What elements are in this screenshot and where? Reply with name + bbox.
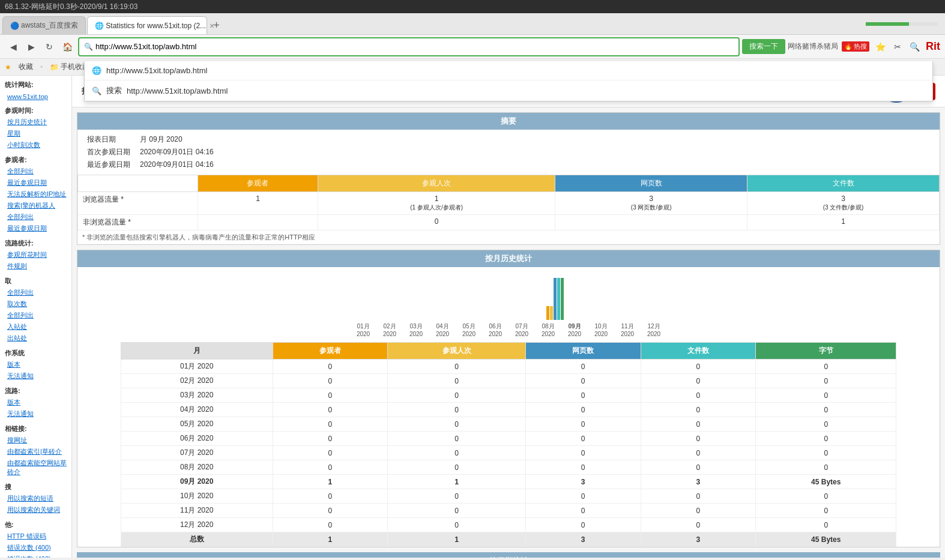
monthly-cell-pages: 0 [525, 446, 641, 460]
hot-search-badge[interactable]: 🔥 热搜 [842, 41, 869, 52]
tab-awstats[interactable]: 🔵 awstats_百度搜索 [2, 16, 86, 34]
monthly-cell-files: 3 [641, 475, 756, 489]
sidebar-os-unknown[interactable]: 无法通知 [0, 370, 71, 382]
tab2-icon: 🌐 [95, 22, 103, 30]
sidebar-monthly[interactable]: 按月历史统计 [0, 116, 71, 128]
monthly-cell-month: 08月 2020 [121, 460, 273, 475]
th-monthly-bytes: 字节 [756, 343, 896, 360]
url-container: 🔍 [78, 37, 740, 56]
monthly-cell-files: 0 [641, 432, 756, 446]
th-month: 月 [121, 343, 273, 360]
monthly-cell-visitors: 0 [273, 360, 388, 374]
sidebar-keywords[interactable]: 用以搜索的关键词 [0, 504, 71, 516]
sidebar-all4[interactable]: 全部列出 [0, 310, 71, 321]
sidebar-weekday[interactable]: 星期 [0, 128, 71, 139]
sidebar-all-visitors[interactable]: 全部列出 [0, 166, 71, 177]
sidebar-search-robots[interactable]: 搜索|擎的机器人 [0, 200, 71, 211]
monthly-cell-files: 0 [641, 417, 756, 432]
search-button[interactable]: 搜索一下 [742, 39, 785, 54]
monthly-cell-month: 03月 2020 [121, 388, 273, 403]
sidebar-rules[interactable]: 件规则 [0, 260, 71, 272]
sidebar-error403[interactable]: 错误次数 (403) [0, 553, 71, 558]
sidebar-phrase[interactable]: 用以搜索的短语 [0, 493, 71, 504]
sidebar-all2[interactable]: 全部列出 [0, 211, 71, 223]
tab-statistics[interactable]: 🌐 Statistics for www.51xit.top (2... × [87, 16, 207, 34]
sidebar-count[interactable]: 取次数 [0, 298, 71, 310]
monthly-cell-pages: 0 [525, 460, 641, 475]
sidebar-entry[interactable]: 入站处 [0, 321, 71, 333]
report-date-key: 报表日期 [82, 133, 135, 146]
monthly-cell-month: 04月 2020 [121, 403, 273, 417]
monthly-cell-visits: 1 [388, 475, 526, 489]
sidebar-index2[interactable]: 由都盗索能空网站草砖介 [0, 457, 71, 478]
monthly-cell-month: 10月 2020 [121, 489, 273, 504]
sidebar-unresolved-ip[interactable]: 无法反解析的IP地址 [0, 188, 71, 200]
sidebar-os-label: 作系统 [0, 346, 71, 359]
monthly-cell-pages: 0 [525, 360, 641, 374]
sidebar-take-label: 取 [0, 274, 71, 287]
url-input[interactable] [95, 42, 734, 51]
chart-labels: 01月202002月202003月202004月202005月202006月20… [82, 322, 935, 337]
summary-info: 报表日期 月 09月 2020 首次参观日期 2020年09月01日 04:16… [77, 130, 940, 175]
monthly-cell-files: 3 [641, 532, 756, 547]
monthly-cell-visitors: 0 [273, 504, 388, 518]
refresh-button[interactable]: ↻ [41, 38, 58, 55]
monthly-section: 按月历史统计 01月202002月202003月202004月202005月20… [77, 250, 940, 547]
th-files: 文件数 [747, 175, 940, 192]
monthly-cell-files: 0 [641, 460, 756, 475]
bookmark-collection[interactable]: 收藏 [16, 61, 35, 73]
sidebar-browser-unknown[interactable]: 无法通知 [0, 408, 71, 420]
monthly-cell-visits: 0 [388, 489, 526, 504]
sidebar-search-url[interactable]: 搜网址 [0, 435, 71, 446]
search-icon[interactable]: 🔍 [907, 41, 922, 53]
monthly-cell-month: 02月 2020 [121, 374, 273, 388]
tab1-label: awstats_百度搜索 [21, 20, 78, 31]
url-suggestion-1[interactable]: 🌐 http://www.51xit.top/awb.html [85, 61, 932, 80]
browser-visitors: 1 [198, 192, 318, 215]
forward-button[interactable]: ▶ [23, 38, 40, 55]
tab2-close[interactable]: × [210, 21, 214, 31]
monthly-cell-visits: 0 [388, 446, 526, 460]
monthly-cell-pages: 0 [525, 388, 641, 403]
monthly-cell-visits: 0 [388, 388, 526, 403]
monthly-cell-files: 0 [641, 403, 756, 417]
url-suggestion-2[interactable]: 🔍 搜索 http://www.51xit.top/awb.html [85, 80, 932, 101]
sidebar-website-url[interactable]: www.51xit.top [0, 92, 71, 101]
monthly-cell-month: 05月 2020 [121, 417, 273, 432]
th-monthly-files: 文件数 [641, 343, 756, 360]
last-visit-val: 2020年09月01日 04:16 [135, 158, 219, 171]
bookmark-icon[interactable]: ⭐ [873, 41, 888, 53]
sidebar-os-version[interactable]: 版本 [0, 359, 71, 370]
monthly-cell-pages: 0 [525, 518, 641, 532]
report-date-val: 月 09月 2020 [135, 133, 219, 146]
browser-pages: 3(3 网页数/参观) [555, 192, 747, 215]
sidebar-hourly[interactable]: 小时刻次数 [0, 139, 71, 151]
main-layout: 统计网站: www.51xit.top 参观时间: 按月历史统计 星期 小时刻次… [0, 76, 945, 558]
monthly-cell-visitors: 0 [273, 417, 388, 432]
monthly-cell-visits: 0 [388, 374, 526, 388]
sidebar-visit-time[interactable]: 参观所花时间 [0, 249, 71, 260]
non-browser-files: 1 [747, 215, 940, 230]
sidebar-recent2[interactable]: 最近参观日期 [0, 223, 71, 234]
sidebar-browser-label: 流路: [0, 384, 71, 397]
monthly-cell-pages: 0 [525, 403, 641, 417]
sidebar-error400[interactable]: 错误次数 (400) [0, 542, 71, 553]
home-button[interactable]: 🏠 [59, 38, 76, 55]
monthly-cell-files: 0 [641, 504, 756, 518]
sidebar-index1[interactable]: 由都盗索引|草砖介 [0, 446, 71, 457]
suggestion2-text: 搜索 [106, 85, 122, 96]
sidebar-all3[interactable]: 全部列出 [0, 287, 71, 298]
non-browser-visits: 0 [318, 215, 555, 230]
bookmark-star-icon: ★ [5, 63, 11, 71]
monthly-cell-bytes: 45 Bytes [756, 532, 896, 547]
back-button[interactable]: ◀ [5, 38, 22, 55]
summary-row-browser: 浏览器流量 * 1 1(1 参观人次/参观者) 3(3 网页数/参观) 3(3 … [78, 192, 940, 215]
monthly-cell-visits: 0 [388, 504, 526, 518]
sidebar-recent-visit[interactable]: 最近参观日期 [0, 177, 71, 188]
monthly-cell-visits: 1 [388, 532, 526, 547]
tab-bar: 🔵 awstats_百度搜索 🌐 Statistics for www.51xi… [0, 13, 945, 35]
monthly-cell-pages: 3 [525, 475, 641, 489]
sidebar-exit[interactable]: 出站处 [0, 333, 71, 344]
sidebar-browser-version[interactable]: 版本 [0, 397, 71, 408]
tools-icon[interactable]: ✂ [892, 41, 904, 53]
